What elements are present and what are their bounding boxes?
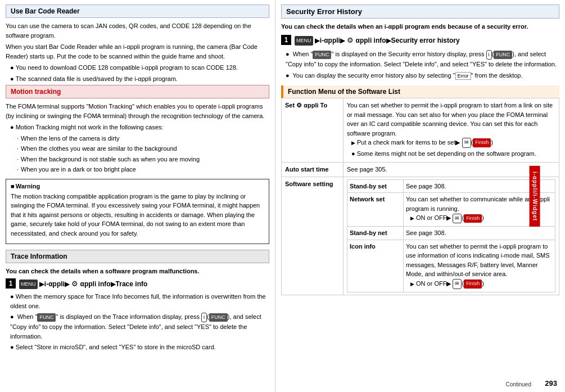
- left-panel: Use Bar Code Reader You can use the came…: [0, 0, 275, 392]
- barcode-bullet2: The scanned data file is used/saved by t…: [10, 74, 269, 84]
- motion-sub2: When the clothes you wear are similar to…: [17, 144, 269, 154]
- trace-bullet1: When the memory space for Trace Info bec…: [10, 292, 269, 310]
- page-number: 293: [545, 379, 557, 388]
- trace-step-path: MENU ▶i-αppli▶ ⚙ αppli info▶Trace info: [19, 280, 147, 288]
- barcode-p2: When you start Bar Code Reader while an …: [6, 42, 269, 61]
- table-row-icon-info: Icon info You can set whether to permit …: [347, 240, 555, 292]
- func-table: Set ⚙ αppli To You can set whether to pe…: [281, 98, 559, 295]
- security-header: Security Error History: [281, 4, 559, 19]
- func-key-sec-1: FUNC: [313, 51, 331, 60]
- icon-finish: Finish: [464, 280, 482, 289]
- menu-icon: MENU: [19, 280, 38, 289]
- software-setting-desc: Stand-by set See page 308. Network set Y…: [343, 177, 559, 295]
- trace-step-row: 1 MENU ▶i-αppli▶ ⚙ αppli info▶Trace info: [6, 278, 269, 290]
- trace-step-content: MENU ▶i-αppli▶ ⚙ αppli info▶Trace info: [19, 278, 269, 290]
- func-key-1: FUNC: [37, 313, 56, 322]
- table-row-auto-start: Auto start time See page 305.: [282, 163, 559, 177]
- finish-circle: ✉: [462, 138, 471, 148]
- trace-bullet3: Select "Store in microSD", and select "Y…: [10, 343, 269, 352]
- warning-text: The motion tracking compatible applicati…: [11, 192, 264, 238]
- motion-p1: The FOMA terminal supports "Motion Track…: [6, 102, 269, 120]
- security-bullet2: You can display the security error histo…: [286, 71, 559, 80]
- icon-arrow: ON or OFF▶ ✉(Finish): [410, 279, 553, 289]
- security-step-number: 1: [281, 35, 291, 45]
- software-sub-table: Stand-by set See page 308. Network set Y…: [347, 179, 555, 292]
- motion-sub4: When you are in a dark or too bright pla…: [17, 165, 269, 174]
- standby-net-label: Stand-by net: [347, 227, 404, 240]
- auto-start-label: Auto start time: [282, 163, 343, 177]
- table-row-network-set: Network set You can set whether to commu…: [347, 193, 555, 227]
- standby-set-label: Stand-by set: [347, 179, 404, 193]
- trace-desc: You can check the details when a softwar…: [6, 267, 269, 276]
- motion-header: Motion tracking: [6, 85, 269, 98]
- set-appli-label: Set ⚙ αppli To: [282, 98, 343, 163]
- continued-label: Continued: [505, 381, 531, 388]
- security-intro: You can check the details when an i-αppl…: [281, 22, 559, 31]
- barcode-bullet1: You need to download CODE 128 compatible…: [10, 63, 269, 73]
- table-row-set-appli: Set ⚙ αppli To You can set whether to pe…: [282, 98, 559, 163]
- trace-bullet2: When "FUNC" is displayed on the Trace in…: [10, 312, 269, 341]
- error-icon: Error: [455, 72, 471, 80]
- ir-key-1: i: [201, 313, 207, 323]
- security-step-row: 1 MENU ▶i-αppli▶ ⚙ αppli info▶Security e…: [281, 35, 559, 47]
- trace-header: Trace Information: [6, 250, 269, 263]
- network-finish: Finish: [464, 214, 482, 223]
- step-number-1: 1: [6, 278, 16, 289]
- warning-box: Warning The motion tracking compatible a…: [6, 179, 269, 245]
- barcode-p1: You can use the camera to scan JAN codes…: [6, 21, 269, 40]
- network-circle: ✉: [453, 214, 462, 224]
- network-set-label: Network set: [347, 193, 404, 227]
- table-row-standby-set: Stand-by set See page 308.: [347, 179, 555, 193]
- security-step-path: MENU ▶i-αppli▶ ⚙ αppli info▶Security err…: [295, 37, 460, 44]
- motion-bullet1: Motion Tracking might not work in the fo…: [10, 123, 269, 132]
- barcode-header: Use Bar Code Reader: [6, 4, 269, 18]
- sidebar-tab: i-αppli/i-Widget: [529, 165, 540, 226]
- set-appli-desc: You can set whether to permit the i-αppl…: [343, 98, 559, 163]
- menu-icon-sec: MENU: [295, 36, 313, 45]
- icon-info-label: Icon info: [347, 240, 404, 292]
- finish-key: Finish: [473, 138, 491, 147]
- standby-net-desc: See page 308.: [404, 227, 555, 240]
- right-panel: Security Error History You can check the…: [275, 0, 565, 392]
- security-step-content: MENU ▶i-αppli▶ ⚙ αppli info▶Security err…: [295, 35, 559, 47]
- icon-info-desc: You can set whether to permit the i-αppl…: [404, 240, 555, 292]
- software-setting-label: Software setting: [282, 177, 343, 295]
- warning-title: Warning: [11, 183, 264, 190]
- table-row-software-setting: Software setting Stand-by set See page 3…: [282, 177, 559, 295]
- table-row-standby-net: Stand-by net See page 308.: [347, 227, 555, 240]
- auto-start-desc: See page 305.: [343, 163, 559, 177]
- security-bullet1: When "FUNC" is displayed on the Security…: [286, 49, 559, 69]
- motion-sub3: When the background is not stable such a…: [17, 155, 269, 164]
- ir-key-sec: i: [486, 50, 492, 60]
- func-menu-header: Function Menu of the Software List: [281, 85, 559, 98]
- func-key-2: FUNC: [209, 313, 228, 322]
- motion-sub1: When the lens of the camera is dirty: [17, 134, 269, 143]
- icon-circle: ✉: [453, 279, 462, 289]
- set-appli-note: Some items might not be set depending on…: [351, 149, 555, 159]
- func-key-sec-2: FUNC: [494, 51, 512, 60]
- set-appli-arrow: Put a check mark for items to be set▶ ✉(…: [351, 138, 555, 148]
